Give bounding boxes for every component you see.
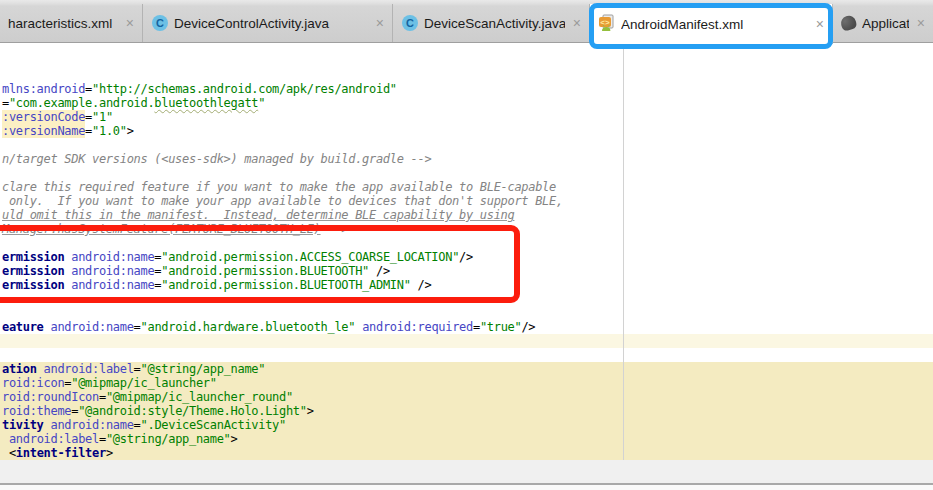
application-icon [839, 14, 857, 31]
tab-androidmanifest[interactable]: <> AndroidManifest.xml × [590, 4, 833, 44]
manifest-icon: <> [598, 14, 615, 34]
highlight-band-pale [0, 334, 933, 348]
close-icon[interactable]: × [814, 16, 826, 32]
tab-label: DeviceControlActivity.java [174, 16, 368, 31]
tab-characteristics-xml[interactable]: haracteristics.xml × [0, 4, 143, 42]
close-icon[interactable]: × [571, 15, 583, 31]
tab-devicecontrolactivity[interactable]: C DeviceControlActivity.java × [144, 4, 393, 42]
tab-label: haracteristics.xml [8, 16, 118, 31]
editor-guide-line [623, 44, 624, 460]
tab-label: Application [862, 16, 909, 31]
close-icon[interactable]: × [124, 15, 136, 31]
class-icon: C [402, 15, 418, 31]
below-divider-area [0, 485, 933, 490]
close-icon[interactable]: × [374, 15, 386, 31]
class-icon: C [152, 15, 168, 31]
editor-tab-bar: haracteristics.xml × C DeviceControlActi… [0, 0, 933, 43]
tab-label: DeviceScanActivity.java [424, 16, 565, 31]
tab-label: AndroidManifest.xml [621, 17, 808, 32]
highlight-band-application-block [0, 362, 933, 460]
close-icon[interactable]: × [915, 15, 927, 31]
tab-devicescanactivity[interactable]: C DeviceScanActivity.java × [394, 4, 590, 42]
tab-application[interactable]: Application × [833, 4, 933, 42]
status-strip [0, 460, 933, 483]
